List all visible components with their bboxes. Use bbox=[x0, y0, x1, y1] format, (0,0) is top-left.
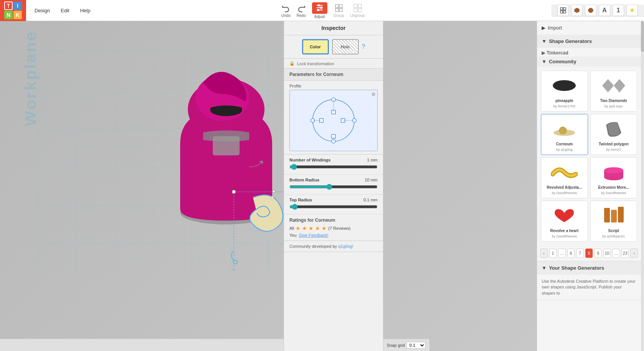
shape-card-pineapple[interactable]: pineapple by fermtz1700 bbox=[541, 71, 588, 112]
shape-name-corneum: Corneum bbox=[556, 142, 573, 146]
top-radius-slider-section: Top Radius 0.1 mm bbox=[284, 194, 383, 214]
tinkercad-sub[interactable]: ▶ Tinkercad bbox=[537, 48, 641, 56]
logo[interactable]: T I N K bbox=[0, 0, 26, 21]
inspector-panel: Inspector Color Hole ? 🔒 Lock transforma… bbox=[284, 21, 383, 351]
bottom-radius-label: Bottom Radius bbox=[289, 178, 319, 182]
svg-rect-64 bbox=[611, 210, 617, 222]
svg-point-56 bbox=[553, 80, 576, 91]
shape-generators-label: Shape Generators bbox=[549, 38, 592, 44]
lock-row[interactable]: 🔒 Lock transformation bbox=[284, 59, 383, 69]
hole-button[interactable]: Hole bbox=[332, 39, 359, 54]
community-label: Community bbox=[549, 59, 577, 64]
svg-rect-32 bbox=[213, 136, 240, 155]
shape-card-two-diamonds[interactable]: Two Diamonds by jack tsau bbox=[590, 71, 637, 112]
your-shapes-content: Use the Autodesk Creative Platform to cr… bbox=[537, 275, 641, 300]
svg-rect-38 bbox=[273, 190, 275, 193]
cube-view-icon[interactable] bbox=[571, 5, 583, 16]
shape-thumb-heart bbox=[549, 204, 580, 227]
snap-grid-label: Snap grid bbox=[387, 343, 405, 348]
your-shapes-section: ▼ Your Shape Generators Use the Autodesk… bbox=[537, 261, 641, 300]
shape-thumb-extrusion bbox=[598, 161, 629, 184]
shape-name-revolved: Revolved Adjusta... bbox=[547, 185, 582, 190]
page-next[interactable]: › bbox=[630, 249, 638, 258]
tinkercad-label: Tinkercad bbox=[547, 50, 568, 56]
page-dots-1: ... bbox=[558, 249, 566, 258]
group-button[interactable]: Group bbox=[334, 3, 344, 18]
windings-slider[interactable] bbox=[289, 164, 378, 170]
page-9[interactable]: 9 bbox=[594, 249, 602, 258]
svg-marker-57 bbox=[602, 79, 614, 92]
scrollbar-track[interactable] bbox=[641, 21, 644, 351]
pagination: ‹ 1 ... 6 7 8 9 10 ... 23 › bbox=[537, 246, 641, 261]
lock-label: Lock transformation bbox=[297, 61, 334, 66]
svg-point-62 bbox=[604, 167, 623, 173]
sidebar-scroll[interactable]: ▶ Import ▼ Shape Generators ▶ Tinkercad … bbox=[537, 21, 644, 351]
shape-card-revolved[interactable]: Revolved Adjusta... by DavidReeves bbox=[541, 157, 588, 198]
view-icons-bar: A 1 ★ bbox=[551, 5, 644, 16]
menu-help[interactable]: Help bbox=[76, 5, 95, 16]
shape-card-script[interactable]: Script by achtbaan01 bbox=[590, 201, 637, 242]
svg-point-40 bbox=[233, 260, 237, 264]
inspector-help-icon[interactable]: ? bbox=[362, 43, 365, 50]
shape-author-twisted-polygon: by imm22 bbox=[606, 148, 621, 152]
topbar: T I N K Design Edit Help Undo Redo bbox=[0, 0, 644, 21]
svg-point-5 bbox=[317, 9, 319, 11]
scrollbar-thumb[interactable] bbox=[641, 21, 644, 52]
svg-rect-12 bbox=[354, 8, 357, 12]
shapes-grid: pineapple by fermtz1700 Two Diamonds by … bbox=[537, 67, 641, 246]
redo-button[interactable]: Redo bbox=[297, 3, 306, 18]
snap-value-select[interactable]: 0.1 0.25 0.5 1 bbox=[406, 342, 426, 349]
shape-thumb-twisted-polygon bbox=[598, 117, 629, 140]
shape-card-extrusion[interactable]: Extrusion More... by DavidReeves bbox=[590, 157, 637, 198]
shape-card-heart[interactable]: Revolve a heart by DavidReeves bbox=[541, 201, 588, 242]
menu-edit[interactable]: Edit bbox=[56, 5, 74, 16]
shape-generators-header[interactable]: ▼ Shape Generators bbox=[537, 35, 641, 48]
svg-rect-10 bbox=[354, 4, 357, 8]
star-5: ★ bbox=[322, 225, 327, 231]
page-23[interactable]: 23 bbox=[621, 249, 629, 258]
shape-card-twisted-polygon[interactable]: Twisted polygon by imm22 bbox=[590, 114, 637, 155]
page-10[interactable]: 10 bbox=[603, 249, 611, 258]
shape-author-pineapple: by fermtz1700 bbox=[554, 104, 575, 108]
shape-card-corneum[interactable]: Corneum by q1g0ng bbox=[541, 114, 588, 155]
shape-author-script: by achtbaan01 bbox=[602, 234, 625, 238]
page-8[interactable]: 8 bbox=[585, 249, 593, 258]
import-row[interactable]: ▶ Import bbox=[537, 21, 641, 35]
ratings-section: Ratings for Corneum All ★ ★ ★ ★ ★ (7 Rev… bbox=[284, 214, 383, 241]
profile-gear-icon[interactable]: ⚙ bbox=[371, 92, 376, 97]
community-sub-header[interactable]: ▼ Community bbox=[537, 56, 641, 67]
import-label: Import bbox=[548, 25, 562, 31]
star-icon[interactable]: ★ bbox=[626, 5, 638, 16]
community-dev-row: Community developed by q1g0ng! bbox=[284, 241, 383, 252]
page-6[interactable]: 6 bbox=[567, 249, 575, 258]
sphere-view-icon[interactable] bbox=[585, 5, 596, 16]
page-7[interactable]: 7 bbox=[576, 249, 584, 258]
feedback-link[interactable]: Give Feedback! bbox=[299, 233, 329, 237]
svg-rect-63 bbox=[604, 208, 610, 222]
your-shapes-header[interactable]: ▼ Your Shape Generators bbox=[537, 261, 641, 275]
adjust-button[interactable]: Adjust bbox=[312, 2, 327, 19]
you-label: You bbox=[289, 233, 297, 237]
svg-rect-13 bbox=[358, 8, 361, 12]
canvas-area[interactable]: Workplane bbox=[0, 21, 537, 351]
profile-canvas[interactable]: ⚙ bbox=[289, 90, 378, 151]
shape-name-pineapple: pineapple bbox=[555, 99, 573, 103]
shape-generators-section: ▼ Shape Generators ▶ Tinkercad ▼ Communi… bbox=[537, 35, 641, 261]
undo-button[interactable]: Undo bbox=[281, 3, 291, 18]
color-button[interactable]: Color bbox=[302, 39, 329, 54]
bottom-radius-slider[interactable] bbox=[289, 184, 378, 190]
community-author-link[interactable]: q1g0ng! bbox=[338, 244, 353, 249]
your-shapes-desc: Use the Autodesk Creative Platform to cr… bbox=[542, 278, 636, 296]
menu-design[interactable]: Design bbox=[30, 5, 54, 16]
svg-rect-36 bbox=[232, 270, 235, 270]
your-shapes-label: Your Shape Generators bbox=[549, 265, 604, 271]
page-1[interactable]: 1 bbox=[549, 249, 557, 258]
shape-thumb-pineapple bbox=[549, 74, 580, 97]
grid-view-icon[interactable] bbox=[557, 5, 569, 16]
ungroup-button[interactable]: Ungroup bbox=[350, 3, 365, 18]
inspector-color-row: Color Hole ? bbox=[284, 35, 383, 59]
text-A-icon[interactable]: A bbox=[599, 5, 610, 16]
top-radius-slider[interactable] bbox=[289, 204, 378, 210]
page-prev[interactable]: ‹ bbox=[540, 249, 548, 258]
number-1-icon[interactable]: 1 bbox=[613, 5, 624, 16]
